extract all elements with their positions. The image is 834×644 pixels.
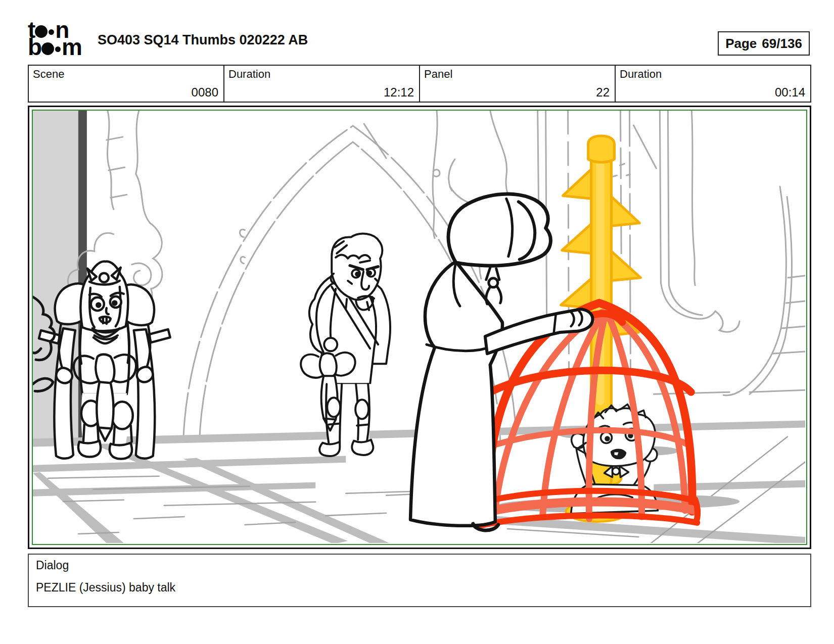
info-value: 0080 <box>192 85 218 100</box>
page-value: 69/136 <box>762 36 802 52</box>
info-cell-scene: Scene 0080 <box>29 66 223 102</box>
logo-dot-icon <box>55 46 61 52</box>
storyboard-page: t n b m SO403 SQ14 Thumbs 020222 AB Page… <box>0 0 834 644</box>
logo-letter: m <box>62 37 81 57</box>
logo-dot-icon <box>41 42 54 55</box>
storyboard-drawing <box>33 111 805 543</box>
storyboard-panel <box>28 106 811 549</box>
info-cell-panel-duration: Duration 00:14 <box>615 66 810 102</box>
logo-letter: b <box>28 37 41 57</box>
toonboom-logo: t n b m <box>28 20 94 61</box>
info-value: 22 <box>596 85 610 100</box>
info-label: Scene <box>33 68 64 81</box>
page-label: Page <box>725 36 757 52</box>
info-value: 12:12 <box>384 85 414 100</box>
document-title: SO403 SQ14 Thumbs 020222 AB <box>98 32 308 48</box>
info-table: Scene 0080 Duration 12:12 Panel 22 Durat… <box>28 65 811 103</box>
logo-dot-icon <box>49 29 54 35</box>
dialog-text: PEZLIE (Jessius) baby talk <box>36 581 175 595</box>
dialog-box: Dialog PEZLIE (Jessius) baby talk <box>28 554 811 607</box>
page-number-box: Page 69/136 <box>718 31 810 56</box>
info-label: Duration <box>228 68 270 81</box>
info-label: Panel <box>424 68 452 81</box>
info-label: Duration <box>620 68 662 81</box>
info-cell-panel: Panel 22 <box>419 66 615 102</box>
dialog-label: Dialog <box>36 559 69 572</box>
info-cell-scene-duration: Duration 12:12 <box>223 66 419 102</box>
info-value: 00:14 <box>775 85 805 100</box>
nobleman-character <box>301 234 390 456</box>
